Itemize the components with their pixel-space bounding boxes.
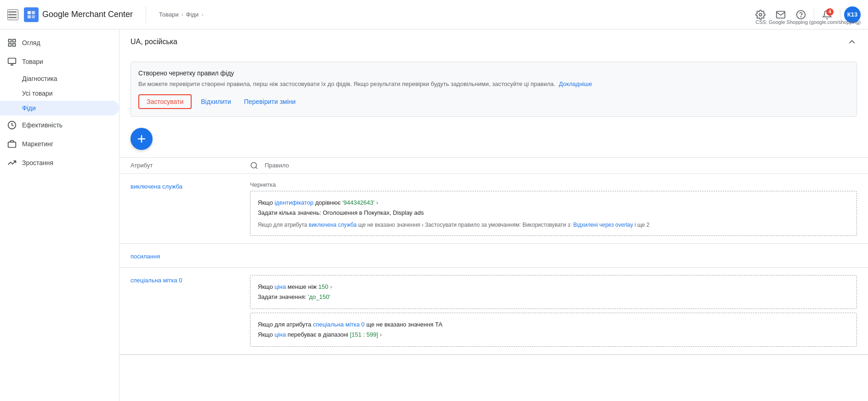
content-area: UA, російська Створено чернетку правил ф… xyxy=(119,29,868,401)
header-left: Google Merchant Center Товари › Фіди › xyxy=(7,6,203,23)
rule-set-value-3: 'до_150' xyxy=(308,293,330,300)
col-rule-header: Правило xyxy=(265,162,857,169)
feed-section-title: UA, російська xyxy=(130,38,177,46)
chart-icon xyxy=(7,120,17,130)
rule-line-3-3: Якщо ціна перебуває в діапазоні [151 : 5… xyxy=(258,330,849,340)
table-search-button[interactable] xyxy=(250,161,258,170)
add-rule-button[interactable] xyxy=(130,128,153,150)
sidebar-subitem-feeds[interactable]: Фіди xyxy=(0,101,119,115)
svg-point-18 xyxy=(251,162,256,168)
sidebar-label-diagnostics: Діагностика xyxy=(22,75,57,82)
alert-banner: Створено чернетку правил фіду Ви можете … xyxy=(130,62,857,117)
rule-line-3-1: Задати значення: 'до_150' xyxy=(258,292,849,302)
sidebar-item-overview[interactable]: Огляд xyxy=(0,34,115,52)
breadcrumb-goods[interactable]: Товари xyxy=(159,11,179,18)
sidebar-label-goods: Товари xyxy=(22,58,43,65)
sidebar-label-feeds: Фіди xyxy=(22,104,36,112)
collapse-button[interactable] xyxy=(847,37,857,47)
rule-status-1: Чернетка xyxy=(250,181,857,188)
rule-row-inner-2: посилання xyxy=(119,244,868,267)
table-search-icon-container xyxy=(250,161,261,170)
svg-rect-3 xyxy=(32,15,35,18)
apply-button[interactable]: Застосувати xyxy=(138,94,192,109)
col-attr-header: Атрибут xyxy=(130,162,250,169)
rule-card-3[interactable]: Якщо ціна менше ніж 150 › Задати значенн… xyxy=(250,275,857,309)
rule-arrow-3a: › xyxy=(330,283,332,290)
rule-card-3b[interactable]: Якщо для атрибута спеціальна мітка 0 ще … xyxy=(250,313,857,347)
svg-rect-8 xyxy=(13,40,16,42)
header-right: 4 К13 CSS: Google Shopping (google.com/s… xyxy=(751,6,861,24)
rule-row-inner-3: спеціальна мітка 0 Якщо ціна менше ніж 1… xyxy=(119,268,868,354)
reject-button[interactable]: Відхилити xyxy=(197,95,235,108)
grid-icon xyxy=(7,38,17,47)
rule-line-3-0: Якщо ціна менше ніж 150 › xyxy=(258,282,849,292)
svg-rect-15 xyxy=(8,142,16,148)
menu-toggle-button[interactable] xyxy=(7,9,18,20)
rule-attr-link-1: виключена служба xyxy=(309,222,357,228)
header-divider xyxy=(146,6,146,23)
rule-secondary-1: Якщо для атрибута виключена служба ще не… xyxy=(258,221,849,229)
breadcrumb: Товари › Фіди › xyxy=(159,11,203,18)
rule-line-1-0: Якщо ідентифікатор дорівнює '944342643' … xyxy=(258,198,849,208)
sidebar-label-effectiveness: Ефективність xyxy=(22,121,62,129)
css-label: CSS: Google Shopping (google.com/shoppin… xyxy=(755,19,861,25)
app-header: Google Merchant Center Товари › Фіди › xyxy=(0,0,868,29)
logo-container: Google Merchant Center xyxy=(24,7,133,22)
growth-icon xyxy=(7,158,17,167)
sidebar-label-growth: Зростання xyxy=(22,159,53,166)
svg-rect-7 xyxy=(9,40,11,42)
sidebar-item-marketing[interactable]: Маркетинг xyxy=(0,135,115,153)
rule-keyword-3b: ціна xyxy=(274,331,286,338)
sidebar-item-growth[interactable]: Зростання xyxy=(0,154,115,172)
rule-set-value-1: Оголошення в Покупках, Display ads xyxy=(323,209,424,216)
svg-rect-9 xyxy=(9,44,11,46)
rule-line-3-2: Якщо для атрибута спеціальна мітка 0 ще … xyxy=(258,320,849,330)
rule-value-3a: 150 xyxy=(318,283,329,290)
sidebar-subitem-diagnostics[interactable]: Діагностика xyxy=(0,71,119,86)
svg-rect-10 xyxy=(13,44,16,46)
alert-link[interactable]: Докладніше xyxy=(559,80,592,87)
breadcrumb-feeds[interactable]: Фіди xyxy=(186,11,199,18)
alert-text-content: Ви можете перевірити створені правила, п… xyxy=(138,80,556,87)
breadcrumb-chevron-1: › xyxy=(182,11,183,18)
alert-text: Ви можете перевірити створені правила, п… xyxy=(138,80,849,89)
notification-count: 4 xyxy=(826,8,834,16)
feed-section-header: UA, російська xyxy=(119,29,868,54)
table-row: посилання xyxy=(119,244,868,268)
svg-point-4 xyxy=(759,13,762,16)
rule-default-link-1: Відхилені через overlay xyxy=(573,222,633,228)
main-layout: Огляд Товари Діагностика Усі товари Фіди xyxy=(0,29,868,401)
table-header: Атрибут Правило xyxy=(119,157,868,174)
sidebar-subitem-all-goods[interactable]: Усі товари xyxy=(0,86,119,101)
rule-arrow-3b: › xyxy=(380,331,381,338)
breadcrumb-chevron-2: › xyxy=(201,11,203,18)
logo-icon xyxy=(24,7,39,22)
feed-section: UA, російська Створено чернетку правил ф… xyxy=(119,29,868,355)
rule-card-1[interactable]: Якщо ідентифікатор дорівнює '944342643' … xyxy=(250,191,857,236)
sidebar-item-effectiveness[interactable]: Ефективність xyxy=(0,116,115,134)
table-row: виключена служба Чернетка Якщо ідентифік… xyxy=(119,174,868,244)
sidebar-label-all-goods: Усі товари xyxy=(22,90,53,97)
rules-table: Атрибут Правило xyxy=(119,157,868,355)
rule-attr-link-3: спеціальна мітка 0 xyxy=(313,321,365,328)
sidebar-label-overview: Огляд xyxy=(22,39,40,46)
rule-attr-2[interactable]: посилання xyxy=(130,251,250,260)
table-row: спеціальна мітка 0 Якщо ціна менше ніж 1… xyxy=(119,268,868,355)
content-inner: UA, російська Створено чернетку правил ф… xyxy=(119,29,868,355)
rule-keyword-3a: ціна xyxy=(274,283,286,290)
app-title: Google Merchant Center xyxy=(42,10,133,19)
rule-line-1-1: Задати кілька значень: Оголошення в Поку… xyxy=(258,208,849,218)
rule-attr-3[interactable]: спеціальна мітка 0 xyxy=(130,275,250,284)
marketing-icon xyxy=(7,139,17,149)
add-button-container xyxy=(119,124,868,157)
svg-rect-0 xyxy=(28,11,31,14)
check-changes-button[interactable]: Перевірити зміни xyxy=(240,95,299,108)
rule-attr-1[interactable]: виключена служба xyxy=(130,181,250,190)
sidebar-item-goods[interactable]: Товари xyxy=(0,52,115,71)
rule-value-1: '944342643' xyxy=(342,199,374,206)
svg-rect-2 xyxy=(28,15,31,18)
alert-actions: Застосувати Відхилити Перевірити зміни xyxy=(138,94,849,109)
alert-title: Створено чернетку правил фіду xyxy=(138,69,849,77)
svg-rect-11 xyxy=(8,58,16,64)
sidebar-label-marketing: Маркетинг xyxy=(22,140,53,148)
